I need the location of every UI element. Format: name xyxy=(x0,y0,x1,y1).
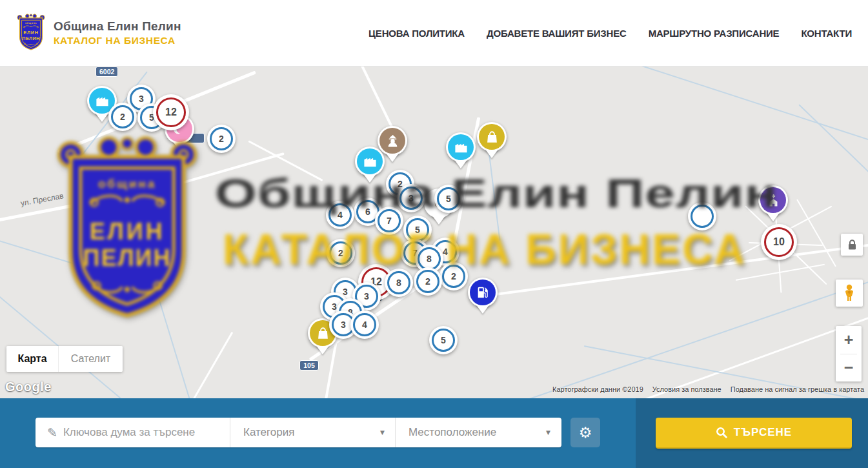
svg-text:община: община xyxy=(25,22,37,25)
terms-of-use-link[interactable]: Условия за ползване xyxy=(652,385,722,393)
pin-tail xyxy=(485,148,499,158)
cluster-count: 5 xyxy=(434,185,463,213)
lock-icon xyxy=(847,239,857,250)
cluster-count: 2 xyxy=(414,267,442,296)
site-logo[interactable]: община ЕЛИН ПЕЛИН Община Елин Пелин КАТА… xyxy=(16,14,181,53)
logo-subtitle: КАТАЛОГ НА БИЗНЕСА xyxy=(54,35,181,46)
search-bar: ✎ Категория ▼ Местоположение ▼ ⚙ ТЪРСЕНЕ xyxy=(0,398,868,468)
search-fields-panel: ✎ Категория ▼ Местоположение ▼ ⚙ xyxy=(0,398,636,468)
map-canvas[interactable]: община ЕЛИН ПЕЛИН Община Елин Пелин КАТА… xyxy=(0,66,868,398)
cluster-marker[interactable]: 2 xyxy=(414,267,442,296)
location-select-label: Местоположение xyxy=(409,426,496,439)
nav-item-contacts[interactable]: КОНТАКТИ xyxy=(801,28,852,39)
cluster-count: 5 xyxy=(429,326,458,354)
road-shield-label: 105 xyxy=(299,360,319,371)
cluster-count: 7 xyxy=(375,207,403,235)
map-type-control: Карта Сателит xyxy=(6,346,123,372)
svg-text:община: община xyxy=(98,177,156,190)
svg-text:ПЕЛИН: ПЕЛИН xyxy=(22,35,39,41)
water-line xyxy=(0,239,117,278)
cluster-count: 2 xyxy=(108,103,137,131)
pin-fuel[interactable] xyxy=(468,278,498,316)
street-view-pegman[interactable] xyxy=(836,280,863,307)
cluster-marker[interactable]: 12 xyxy=(153,94,189,130)
zoom-control: + − xyxy=(836,326,862,382)
cluster-marker[interactable]: 4 xyxy=(350,310,379,339)
chevron-down-icon: ▼ xyxy=(546,429,550,436)
cluster-marker[interactable]: 2 xyxy=(207,125,236,153)
nav-item-route-schedule[interactable]: МАРШРУТНО РАЗПИСАНИЕ xyxy=(649,28,780,39)
keyword-field: ✎ xyxy=(35,418,230,447)
keyword-search-input[interactable] xyxy=(63,426,225,439)
cluster-marker[interactable]: 4 xyxy=(326,201,354,229)
pin-bag[interactable] xyxy=(477,122,507,160)
municipality-crest-icon: община ЕЛИН ПЕЛИН xyxy=(16,14,46,53)
pin-tail xyxy=(766,212,780,221)
search-action-panel: ТЪРСЕНЕ xyxy=(636,398,868,468)
cluster-marker[interactable]: 7 xyxy=(375,207,403,235)
map-data-copyright: Картографски данни ©2019 xyxy=(552,385,643,393)
pencil-icon: ✎ xyxy=(47,425,57,440)
search-icon xyxy=(716,427,727,438)
nav-item-add-business[interactable]: ДОБАВЕТЕ ВАШИЯТ БИЗНЕС xyxy=(487,28,627,39)
map-road xyxy=(193,332,234,398)
nav-item-pricing[interactable]: ЦЕНОВА ПОЛИТИКА xyxy=(368,28,465,39)
cluster-count: 2 xyxy=(207,125,236,153)
water-line xyxy=(153,281,191,398)
report-map-error-link[interactable]: Подаване на сигнал за грешка в картата xyxy=(731,385,864,393)
pin-tail xyxy=(363,173,377,183)
cluster-count: 8 xyxy=(385,269,413,297)
pin-tail xyxy=(172,141,187,150)
cluster-marker[interactable] xyxy=(688,202,716,230)
cluster-marker[interactable]: 2 xyxy=(108,103,137,131)
map-road xyxy=(645,303,868,398)
pin-church[interactable] xyxy=(758,185,788,223)
cluster-marker[interactable]: 2 xyxy=(439,262,468,290)
road-shield-label: 6002 xyxy=(96,66,118,77)
factory-icon xyxy=(357,148,383,174)
cluster-marker[interactable]: 5 xyxy=(429,326,458,354)
category-select[interactable]: Категория ▼ xyxy=(230,418,396,447)
pin-tail xyxy=(95,112,109,122)
svg-text:ЕЛИН: ЕЛИН xyxy=(23,30,38,36)
factory-icon xyxy=(448,134,474,160)
zoom-in-button[interactable]: + xyxy=(836,326,862,354)
search-fields-group: ✎ Категория ▼ Местоположение ▼ xyxy=(35,418,561,447)
map-road xyxy=(796,199,836,267)
satellite-view-button[interactable]: Сателит xyxy=(58,346,123,372)
cluster-marker[interactable]: 5 xyxy=(434,185,463,213)
cluster-count: 10 xyxy=(761,224,797,260)
location-select[interactable]: Местоположение ▼ xyxy=(396,418,561,447)
pin-tail xyxy=(476,304,490,314)
site-header: община ЕЛИН ПЕЛИН Община Елин Пелин КАТА… xyxy=(0,0,868,66)
cluster-count: 4 xyxy=(350,310,379,339)
cluster-marker[interactable]: 10 xyxy=(761,224,797,260)
pin-tail xyxy=(316,345,330,354)
pegman-icon xyxy=(842,284,856,302)
map-view-button[interactable]: Карта xyxy=(6,346,58,372)
main-nav: ЦЕНОВА ПОЛИТИКА ДОБАВЕТЕ ВАШИЯТ БИЗНЕС М… xyxy=(368,0,852,66)
category-select-label: Категория xyxy=(243,426,294,439)
scroll-lock-control xyxy=(841,234,863,256)
advanced-search-button[interactable]: ⚙ xyxy=(570,418,600,447)
cluster-marker[interactable]: 2 xyxy=(327,239,355,267)
fuel-icon xyxy=(470,280,496,305)
cluster-marker[interactable]: 8 xyxy=(385,269,413,297)
pin-factory[interactable] xyxy=(355,147,385,185)
zoom-out-button[interactable]: − xyxy=(836,354,862,382)
water-line xyxy=(798,104,868,172)
svg-text:ПЕЛИН: ПЕЛИН xyxy=(83,245,172,271)
pin-tail xyxy=(454,159,468,168)
bag-icon xyxy=(479,124,505,150)
google-logo[interactable]: Google xyxy=(5,380,52,394)
search-button-label: ТЪРСЕНЕ xyxy=(734,426,792,439)
chevron-down-icon: ▼ xyxy=(380,429,385,436)
watermark-subtitle: КАТАЛОГ НА БИЗНЕСА xyxy=(223,228,747,270)
pin-factory[interactable] xyxy=(446,132,476,170)
church-icon xyxy=(760,187,786,213)
search-button[interactable]: ТЪРСЕНЕ xyxy=(656,418,852,449)
cluster-count: 4 xyxy=(326,201,354,229)
map-road xyxy=(159,152,284,190)
pin-tail xyxy=(432,215,446,225)
gear-icon: ⚙ xyxy=(579,425,592,440)
